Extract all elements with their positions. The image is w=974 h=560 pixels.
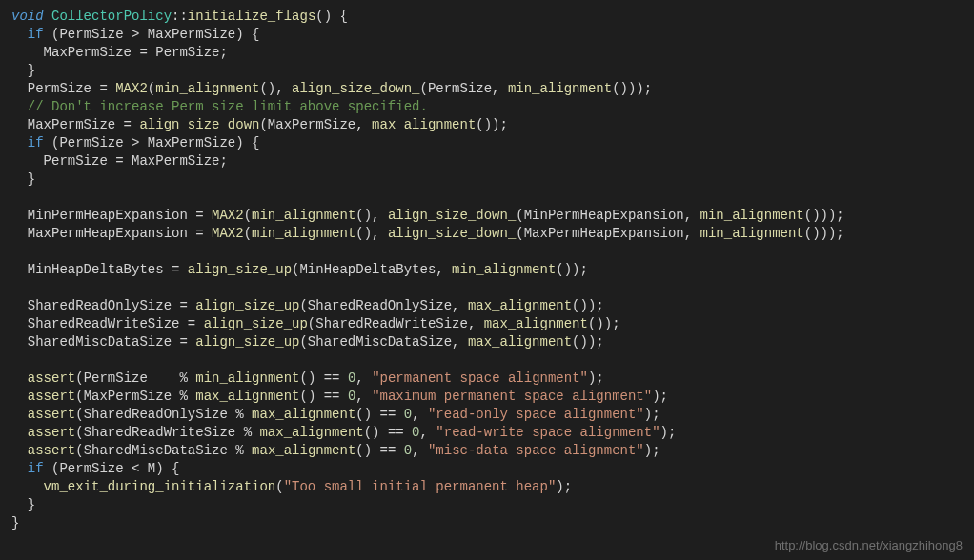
comment: // Don't increase Perm size limit above …	[11, 99, 428, 114]
code-line-14	[11, 243, 963, 261]
code-line-9: PermSize = MaxPermSize;	[11, 152, 963, 170]
watermark-text: http://blog.csdn.net/xiangzhihong8	[775, 536, 963, 554]
code-line-4: }	[11, 62, 963, 80]
code-line-16	[11, 279, 963, 297]
code-line-28: }	[11, 496, 963, 514]
code-line-2: if (PermSize > MaxPermSize) {	[11, 26, 963, 44]
keyword-if: if	[28, 135, 44, 150]
code-line-23: assert(SharedReadOnlySize % max_alignmen…	[11, 406, 963, 424]
class-name: CollectorPolicy	[51, 9, 172, 24]
code-line-19: SharedMiscDataSize = align_size_up(Share…	[11, 333, 963, 351]
code-line-13: MaxPermHeapExpansion = MAX2(min_alignmen…	[11, 225, 963, 243]
keyword-if: if	[28, 27, 44, 42]
code-line-21: assert(PermSize % min_alignment() == 0, …	[11, 370, 963, 388]
code-line-3: MaxPermSize = PermSize;	[11, 44, 963, 62]
code-line-29: }	[11, 514, 963, 532]
code-line-6: // Don't increase Perm size limit above …	[11, 98, 963, 116]
function-name: initialize_flags	[188, 9, 315, 24]
code-line-12: MinPermHeapExpansion = MAX2(min_alignmen…	[11, 207, 963, 225]
code-line-10: }	[11, 170, 963, 189]
keyword-void: void	[11, 9, 44, 24]
code-line-22: assert(MaxPermSize % max_alignment() == …	[11, 388, 963, 406]
code-line-17: SharedReadOnlySize = align_size_up(Share…	[11, 297, 963, 315]
code-line-27: vm_exit_during_initialization("Too small…	[11, 478, 963, 496]
code-line-15: MinHeapDeltaBytes = align_size_up(MinHea…	[11, 261, 963, 279]
code-line-26: if (PermSize < M) {	[11, 460, 963, 478]
code-line-5: PermSize = MAX2(min_alignment(), align_s…	[11, 80, 963, 98]
code-line-11	[11, 189, 963, 207]
code-line-7: MaxPermSize = align_size_down(MaxPermSiz…	[11, 116, 963, 134]
keyword-if: if	[28, 461, 44, 476]
code-line-25: assert(SharedMiscDataSize % max_alignmen…	[11, 442, 963, 460]
code-line-1: void CollectorPolicy::initialize_flags()…	[11, 8, 963, 26]
code-line-18: SharedReadWriteSize = align_size_up(Shar…	[11, 315, 963, 333]
code-line-24: assert(SharedReadWriteSize % max_alignme…	[11, 424, 963, 442]
code-line-8: if (PermSize > MaxPermSize) {	[11, 134, 963, 152]
code-line-20	[11, 351, 963, 370]
